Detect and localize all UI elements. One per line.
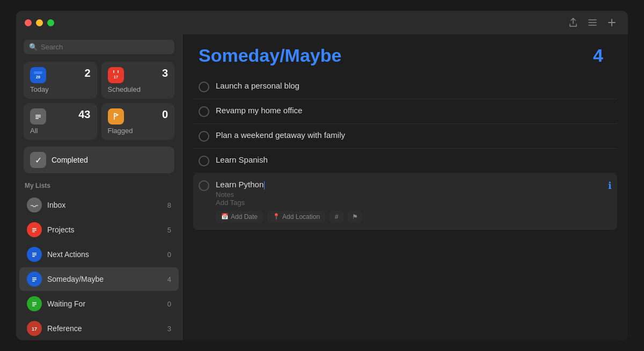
smart-lists: 28 2 Today 17 <box>16 62 182 140</box>
task-circle[interactable] <box>199 180 209 191</box>
task-item-selected[interactable]: Learn Python Notes Add Tags 📅 Add Date 📍 <box>193 173 617 230</box>
minimize-button[interactable] <box>36 19 43 26</box>
title-bar <box>16 11 628 34</box>
svg-rect-9 <box>35 116 41 118</box>
sidebar-item-someday[interactable]: Someday/Maybe 4 <box>19 267 179 291</box>
task-item[interactable]: Plan a weekend getaway with family <box>193 124 617 149</box>
flagged-count: 0 <box>162 108 168 121</box>
add-date-button[interactable]: 📅 Add Date <box>216 211 263 223</box>
smart-card-today[interactable]: 28 2 Today <box>24 62 97 99</box>
svg-rect-15 <box>32 230 36 231</box>
sidebar-item-waiting[interactable]: Waiting For 0 <box>19 292 179 316</box>
projects-icon <box>27 222 42 237</box>
add-icon[interactable] <box>606 17 617 28</box>
someday-count: 4 <box>167 275 171 283</box>
task-actions-row: 📅 Add Date 📍 Add Location # ⚑ <box>216 211 597 223</box>
svg-rect-16 <box>32 231 35 232</box>
list-view-icon[interactable] <box>587 17 598 28</box>
scheduled-icon: 17 <box>108 67 124 83</box>
smart-card-scheduled[interactable]: 17 3 Scheduled <box>101 62 175 99</box>
completed-card[interactable]: ✓ Completed <box>24 147 174 173</box>
task-circle[interactable] <box>199 156 209 166</box>
svg-rect-23 <box>32 279 36 280</box>
sidebar-item-reference[interactable]: 17 Reference 3 <box>19 317 179 340</box>
flagged-label: Flagged <box>108 127 169 135</box>
traffic-lights <box>25 19 54 26</box>
inbox-icon <box>27 198 42 213</box>
task-title: Learn Spanish <box>216 155 612 164</box>
task-title: Plan a weekend getaway with family <box>216 130 612 140</box>
inbox-name: Inbox <box>47 201 162 209</box>
next-actions-name: Next Actions <box>47 250 162 259</box>
completed-label: Completed <box>52 156 88 164</box>
sidebar: 🔍 28 2 To <box>16 34 182 340</box>
main-header: Someday/Maybe 4 <box>182 34 628 75</box>
task-title-editing[interactable]: Learn Python <box>216 180 597 189</box>
app-window: 🔍 28 2 To <box>16 11 628 340</box>
maximize-button[interactable] <box>47 19 54 26</box>
task-item[interactable]: Learn Spanish <box>193 149 617 173</box>
task-body: Revamp my home office <box>216 106 612 115</box>
search-icon: 🔍 <box>29 43 38 51</box>
all-label: All <box>30 127 91 135</box>
today-count: 2 <box>84 67 90 79</box>
task-info-button[interactable]: ℹ <box>608 180 612 192</box>
task-circle[interactable] <box>199 82 209 92</box>
sidebar-item-inbox[interactable]: Inbox 8 <box>19 193 179 217</box>
task-body: Launch a personal blog <box>216 81 612 90</box>
main-content: Someday/Maybe 4 Launch a personal blog <box>182 34 628 340</box>
scheduled-label: Scheduled <box>108 85 169 93</box>
svg-rect-24 <box>32 281 35 282</box>
next-actions-icon <box>27 247 42 262</box>
svg-rect-28 <box>32 305 35 306</box>
svg-text:17: 17 <box>114 75 118 79</box>
flag-button[interactable]: ⚑ <box>348 211 362 223</box>
main-title: Someday/Maybe <box>199 45 341 66</box>
task-body: Learn Python Notes Add Tags 📅 Add Date 📍 <box>216 180 597 223</box>
task-body: Plan a weekend getaway with family <box>216 130 612 140</box>
waiting-icon <box>27 296 42 311</box>
smart-card-all[interactable]: 43 All <box>24 103 97 140</box>
svg-rect-14 <box>32 228 36 229</box>
task-item[interactable]: Revamp my home office <box>193 99 617 124</box>
task-notes[interactable]: Notes <box>216 191 597 199</box>
task-tags[interactable]: Add Tags <box>216 199 597 207</box>
projects-count: 5 <box>167 226 171 234</box>
main-header-actions: 4 <box>593 45 612 66</box>
someday-icon <box>27 272 42 287</box>
sidebar-item-next-actions[interactable]: Next Actions 0 <box>19 243 179 266</box>
svg-rect-26 <box>32 302 36 303</box>
next-actions-count: 0 <box>167 251 171 259</box>
search-input[interactable] <box>41 43 169 51</box>
svg-rect-1 <box>34 71 42 74</box>
reference-name: Reference <box>47 324 162 333</box>
share-icon[interactable] <box>568 17 579 28</box>
tasks-list: Launch a personal blog Revamp my home of… <box>182 75 628 340</box>
task-item[interactable]: Launch a personal blog <box>193 75 617 99</box>
add-date-label: Add Date <box>231 213 258 221</box>
svg-rect-18 <box>32 253 36 254</box>
sidebar-item-projects[interactable]: Projects 5 <box>19 218 179 242</box>
inbox-count: 8 <box>167 201 171 209</box>
all-icon <box>30 108 46 125</box>
task-title: Launch a personal blog <box>216 81 612 90</box>
close-button[interactable] <box>25 19 32 26</box>
task-circle[interactable] <box>199 106 209 117</box>
waiting-name: Waiting For <box>47 299 162 308</box>
completed-icon: ✓ <box>30 152 46 168</box>
flagged-icon <box>108 108 124 125</box>
calendar-icon: 📅 <box>221 213 229 220</box>
svg-text:28: 28 <box>36 75 40 79</box>
smart-card-flagged[interactable]: 0 Flagged <box>101 103 175 140</box>
tag-button[interactable]: # <box>330 211 343 223</box>
svg-rect-20 <box>32 256 35 257</box>
task-circle[interactable] <box>199 131 209 142</box>
add-location-button[interactable]: 📍 Add Location <box>267 211 325 223</box>
add-location-label: Add Location <box>282 213 320 221</box>
search-bar[interactable]: 🔍 <box>24 40 174 54</box>
task-title: Revamp my home office <box>216 106 612 115</box>
scheduled-count: 3 <box>162 67 168 79</box>
projects-name: Projects <box>47 225 162 234</box>
task-body: Learn Spanish <box>216 155 612 164</box>
my-lists-label: My Lists <box>16 182 182 189</box>
